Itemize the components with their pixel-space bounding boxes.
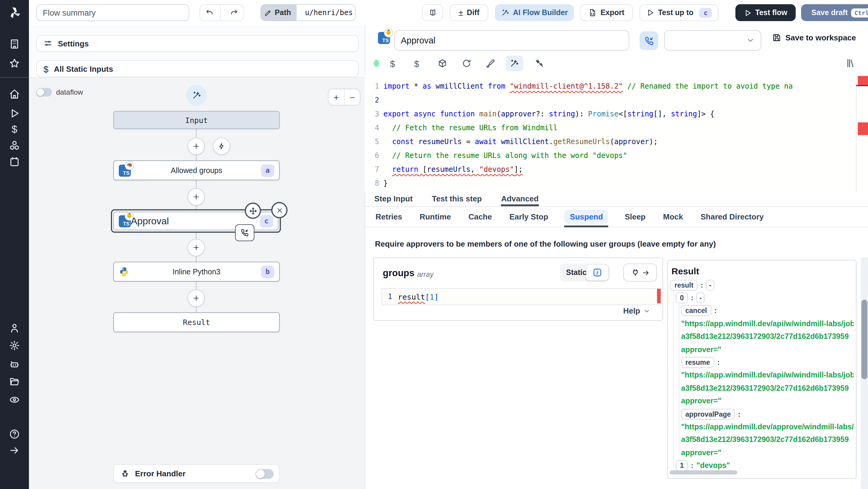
flow-node-inline-python[interactable]: Inline Python3 b (113, 262, 280, 282)
home-icon[interactable] (9, 89, 20, 99)
schedules-calendar-icon[interactable] (9, 156, 20, 167)
windmill-logo[interactable] (7, 5, 22, 20)
zoom-in-button[interactable]: + (329, 89, 344, 105)
groups-expression-editor[interactable]: 1 result[1] (381, 288, 661, 305)
phone-incoming-icon (644, 36, 654, 45)
delete-step-button[interactable] (271, 202, 287, 218)
code-line[interactable]: 5 const resumeUrls = await wmillClient.g… (365, 135, 868, 149)
undo-button[interactable] (200, 5, 220, 21)
subtab-mock[interactable]: Mock (662, 210, 684, 224)
collapse-toggle-pill[interactable]: - (696, 293, 705, 303)
chevron-down-icon (643, 307, 650, 314)
tab-test-this-step[interactable]: Test this step (432, 191, 482, 206)
add-step-button[interactable] (187, 188, 205, 206)
ai-wand-icon[interactable] (509, 59, 519, 68)
result-key-pill[interactable]: 0 (676, 293, 688, 303)
template-select-dropdown[interactable] (664, 30, 761, 51)
resources-dollar-icon[interactable]: $ (414, 59, 419, 68)
code-line[interactable]: 4 // Fetch the resume URLs from Windmill (365, 121, 868, 135)
diff-button[interactable]: ± Diff (450, 4, 488, 21)
runs-play-icon[interactable] (9, 108, 20, 119)
code-line[interactable]: 6 // Return the resume URLs along with t… (365, 149, 868, 163)
tab-advanced[interactable]: Advanced (501, 191, 538, 206)
user-icon[interactable] (9, 323, 20, 333)
code-editor[interactable]: 1import * as wmillClient from "windmill-… (365, 75, 868, 191)
save-to-workspace-button[interactable]: Save to workspace (772, 33, 856, 42)
result-url-text: "https://app.windmill.dev/api/w/windmill… (681, 319, 854, 328)
function-mode-button[interactable]: ƒ (587, 265, 608, 280)
expand-sidebar-arrow-icon[interactable] (9, 445, 20, 456)
package-icon[interactable] (438, 59, 447, 68)
horizontal-scrollbar-thumb[interactable] (670, 470, 737, 475)
folders-icon[interactable] (9, 376, 20, 387)
redo-button[interactable] (224, 5, 244, 21)
flow-summary-input[interactable] (36, 4, 189, 21)
expr-code: result[1] (398, 292, 439, 301)
subtab-early-stop[interactable]: Early Stop (508, 210, 550, 224)
result-key-pill[interactable]: approvalPage (681, 408, 735, 419)
vertical-scrollbar-thumb[interactable] (861, 300, 867, 379)
trigger-bolt-button[interactable] (213, 137, 230, 155)
typescript-badge: TS 👶 (119, 215, 131, 227)
subtab-sleep[interactable]: Sleep (624, 210, 647, 224)
error-handler-toggle[interactable] (255, 469, 274, 479)
library-icon[interactable] (846, 58, 856, 68)
result-key-pill[interactable]: result (670, 279, 698, 290)
resources-boxes-icon[interactable] (9, 140, 20, 151)
settings-gear-icon[interactable] (9, 340, 20, 351)
suspend-phone-button[interactable] (640, 31, 658, 50)
ai-flow-builder-button[interactable]: AI Flow Builder (495, 4, 574, 21)
subtab-shared-directory[interactable]: Shared Directory (699, 210, 765, 224)
subtab-runtime[interactable]: Runtime (418, 210, 452, 224)
audit-eye-icon[interactable] (9, 394, 20, 405)
help-icon[interactable] (9, 429, 20, 439)
step-name-input[interactable] (394, 30, 629, 51)
export-button[interactable]: Export (580, 4, 633, 21)
result-row: a3f58d13e212/3963172903/2c77d162d6b17395… (669, 330, 854, 343)
flow-settings-button[interactable]: Settings (36, 35, 359, 52)
ai-graph-wand-button[interactable] (186, 85, 207, 105)
code-line[interactable]: 8} (365, 177, 868, 190)
code-line[interactable]: 3export async function main(approver?: s… (365, 107, 868, 121)
error-handler-row[interactable]: Error Handler (113, 464, 280, 483)
code-line[interactable]: 1import * as wmillClient from "windmill-… (365, 80, 868, 93)
dataflow-toggle[interactable] (36, 88, 52, 96)
path-button[interactable]: Path u/henri/bes (260, 4, 355, 21)
variables-dollar-icon[interactable]: $ (9, 124, 20, 134)
format-brush-icon[interactable] (486, 59, 495, 68)
favorites-star-icon[interactable] (9, 58, 20, 69)
all-static-inputs-button[interactable]: $ All Static Inputs (36, 60, 359, 77)
help-dropdown[interactable]: Help (623, 306, 650, 315)
workers-robot-icon[interactable] (9, 359, 20, 370)
variables-dollar-icon[interactable]: $ (390, 59, 395, 68)
workspace-building-icon[interactable] (9, 39, 20, 50)
zoom-out-button[interactable]: − (344, 89, 360, 105)
subtab-cache[interactable]: Cache (467, 210, 493, 224)
test-up-to-button[interactable]: Test up to c (640, 4, 718, 21)
move-step-handle[interactable] (245, 203, 261, 219)
flow-node-input[interactable]: Input (113, 111, 280, 129)
flow-node-allowed-groups[interactable]: TS 🦔 Allowed groups a (113, 160, 280, 180)
test-flow-button[interactable]: Test flow (735, 4, 796, 21)
add-step-button[interactable] (187, 137, 205, 155)
result-key-pill[interactable]: 1 (676, 460, 688, 471)
code-line[interactable]: 2 (365, 93, 868, 107)
static-mode-toggle[interactable]: Static ƒ (560, 264, 610, 282)
add-step-button[interactable] (187, 239, 205, 256)
save-draft-button[interactable]: Save draft Ctrl+S (801, 4, 868, 21)
reset-refresh-icon[interactable] (462, 59, 471, 68)
function-square-icon: ƒ (592, 268, 602, 277)
collapse-toggle-pill[interactable]: - (706, 279, 715, 290)
add-step-button[interactable] (187, 289, 205, 307)
code-line[interactable]: 7 return [resumeUrls, "devops"]; (365, 163, 868, 177)
result-key-pill[interactable]: cancel (681, 305, 711, 316)
connect-input-button[interactable] (623, 264, 657, 282)
subtab-retries[interactable]: Retries (374, 210, 403, 224)
result-key-pill[interactable]: resume (681, 357, 714, 368)
tab-step-input[interactable]: Step Input (374, 191, 412, 206)
subtab-suspend[interactable]: Suspend (564, 210, 609, 224)
error-marker (858, 122, 868, 135)
docs-book-button[interactable] (422, 4, 443, 21)
flow-node-result[interactable]: Result (113, 312, 280, 332)
sparkles-off-icon[interactable] (535, 59, 544, 68)
